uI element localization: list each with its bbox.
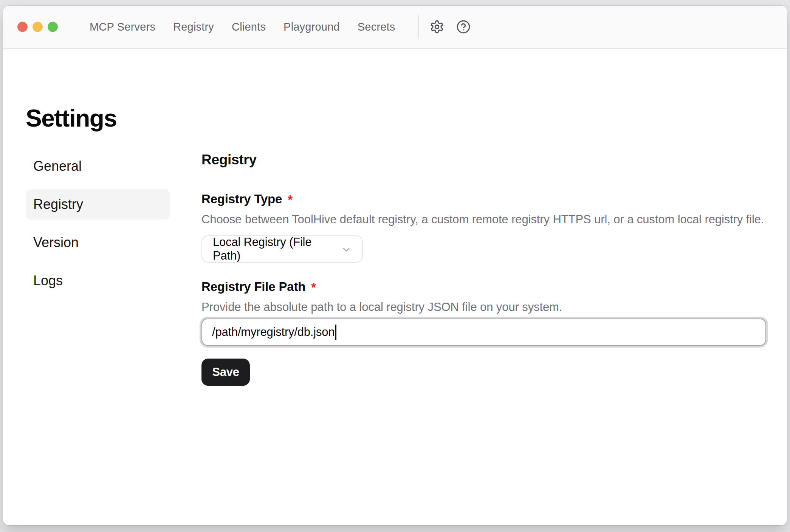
registry-file-path-description: Provide the absolute path to a local reg… [201, 300, 766, 315]
nav-item-mcp-servers[interactable]: MCP Servers [90, 21, 155, 33]
nav-item-registry[interactable]: Registry [173, 21, 214, 33]
sidebar-item-label: Version [33, 235, 79, 251]
top-navigation: MCP Servers Registry Clients Playground … [90, 6, 395, 48]
titlebar-divider [418, 15, 419, 39]
registry-type-select[interactable]: Local Registry (File Path) [201, 235, 363, 263]
registry-type-selected-value: Local Registry (File Path) [213, 235, 331, 263]
app-window: MCP Servers Registry Clients Playground … [3, 6, 787, 525]
sidebar-item-version[interactable]: Version [26, 227, 170, 258]
nav-item-secrets[interactable]: Secrets [358, 21, 395, 33]
registry-file-path-value: /path/myregistry/db.json [212, 325, 335, 339]
text-cursor [335, 325, 336, 340]
registry-file-path-input[interactable]: /path/myregistry/db.json [201, 319, 766, 346]
zoom-window-button[interactable] [48, 22, 58, 32]
settings-gear-button[interactable] [429, 19, 445, 34]
sidebar-item-label: Registry [33, 196, 83, 212]
help-button[interactable] [456, 19, 471, 34]
window-controls [17, 22, 58, 32]
close-window-button[interactable] [17, 22, 28, 32]
registry-settings-panel: Registry Registry Type * Choose between … [201, 152, 766, 386]
settings-page: Settings General Registry Version Logs R… [3, 49, 787, 525]
section-heading: Registry [201, 152, 766, 167]
title-bar: MCP Servers Registry Clients Playground … [3, 6, 787, 49]
minimize-window-button[interactable] [33, 22, 43, 32]
sidebar-item-registry[interactable]: Registry [26, 189, 170, 220]
nav-item-playground[interactable]: Playground [283, 21, 340, 33]
sidebar-item-general[interactable]: General [26, 151, 170, 181]
registry-type-label: Registry Type [201, 192, 282, 207]
chevron-down-icon [341, 244, 352, 255]
required-marker: * [311, 279, 316, 296]
help-circle-icon [456, 20, 471, 34]
sidebar-item-label: General [33, 158, 82, 174]
required-marker: * [288, 192, 293, 208]
sidebar-item-logs[interactable]: Logs [26, 266, 170, 296]
nav-item-clients[interactable]: Clients [232, 21, 266, 33]
settings-sidebar: General Registry Version Logs [26, 151, 170, 296]
gear-icon [430, 20, 444, 34]
save-button[interactable]: Save [201, 359, 250, 386]
page-title: Settings [26, 106, 116, 130]
registry-file-path-label: Registry File Path [201, 279, 305, 294]
sidebar-item-label: Logs [33, 273, 63, 289]
registry-type-description: Choose between ToolHive default registry… [201, 212, 766, 227]
